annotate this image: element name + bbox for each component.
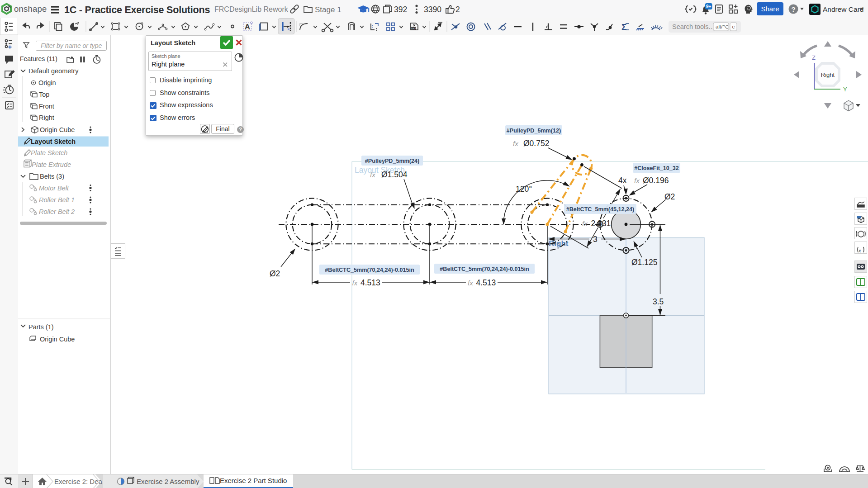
svg-text:Right: Right	[821, 71, 835, 78]
svg-text:#PulleyPD_5mm(12): #PulleyPD_5mm(12)	[507, 128, 561, 134]
svg-text:9+: 9+	[706, 4, 711, 9]
svg-text:Z: Z	[812, 54, 816, 61]
svg-text:4.513: 4.513	[360, 278, 380, 287]
svg-text:Ø2: Ø2	[664, 192, 675, 201]
svg-text:fx: fx	[468, 279, 473, 287]
svg-text:1C - Practice Exercise Solutio: 1C - Practice Exercise Solutions	[64, 5, 210, 15]
svg-text:alt/⌥: alt/⌥	[716, 24, 729, 29]
svg-text:#BeltCTC_5mm(70,24,24)-0.015in: #BeltCTC_5mm(70,24,24)-0.015in	[325, 267, 414, 273]
svg-text:#CloseFit_10_32: #CloseFit_10_32	[634, 165, 679, 171]
svg-text:?: ?	[791, 5, 795, 13]
svg-text:Stage 1: Stage 1	[315, 5, 342, 14]
svg-text:fx: fx	[513, 140, 518, 147]
svg-text:Ø2: Ø2	[270, 269, 280, 278]
svg-text:Ø1.125: Ø1.125	[631, 258, 657, 267]
svg-text:4.513: 4.513	[476, 278, 496, 287]
svg-text:#PulleyPD_5mm(24): #PulleyPD_5mm(24)	[365, 158, 419, 164]
svg-text:Andrew Card: Andrew Card	[823, 5, 863, 13]
svg-text:3.5: 3.5	[653, 297, 664, 306]
svg-text:onshape: onshape	[14, 4, 47, 14]
svg-text:#BeltCTC_5mm(45,12,24): #BeltCTC_5mm(45,12,24)	[566, 206, 635, 213]
svg-text:fx: fx	[370, 171, 375, 179]
svg-text:Y: Y	[843, 86, 847, 93]
svg-text:Ø0.196: Ø0.196	[643, 176, 669, 185]
svg-text:3: 3	[593, 235, 598, 244]
svg-text:2.831: 2.831	[591, 219, 611, 228]
svg-text:fx: fx	[634, 177, 640, 185]
svg-text:FRCDesignLib Rework: FRCDesignLib Rework	[214, 5, 289, 13]
svg-text:4x: 4x	[618, 176, 627, 185]
svg-text:c: c	[732, 24, 735, 29]
svg-text:Search tools...: Search tools...	[672, 23, 714, 30]
svg-text:fx: fx	[352, 279, 358, 287]
svg-text:120°: 120°	[516, 185, 532, 194]
svg-text:2: 2	[455, 5, 460, 14]
svg-text:#BeltCTC_5mm(70,24,24)-0.015in: #BeltCTC_5mm(70,24,24)-0.015in	[440, 266, 529, 272]
svg-text:x: x	[858, 248, 861, 253]
svg-text:392: 392	[394, 5, 407, 14]
svg-text:Ø1.504: Ø1.504	[381, 170, 408, 179]
svg-text:fx: fx	[582, 220, 588, 227]
svg-text:Ø0.752: Ø0.752	[523, 139, 549, 148]
svg-text:3390: 3390	[424, 5, 441, 14]
